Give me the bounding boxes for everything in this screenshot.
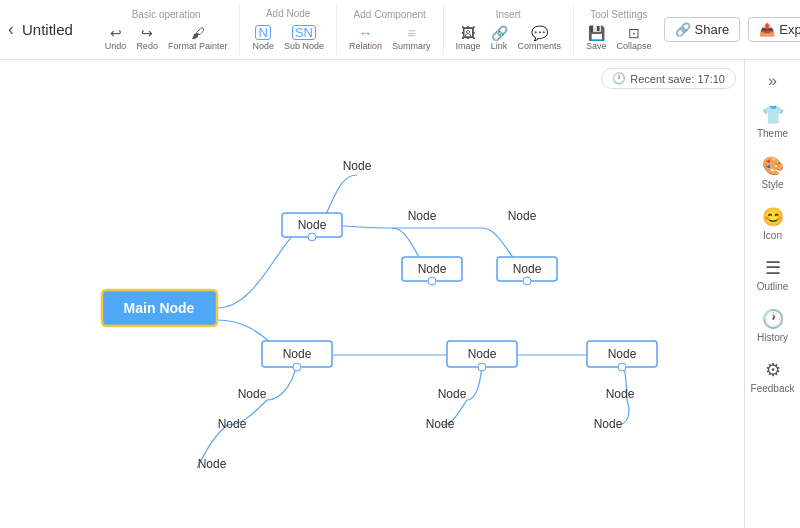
header: ‹ Untitled Basic operation ↩ Undo ↪ Redo… [0, 0, 800, 60]
canvas[interactable]: 🕐 Recent save: 17:10 [0, 60, 744, 528]
collapse-label: Collapse [617, 41, 652, 51]
image-label: Image [456, 41, 481, 51]
right-sidebar: » 👕 Theme 🎨 Style 😊 Icon ☰ Outline 🕐 His… [744, 60, 800, 528]
history-label: History [757, 332, 788, 343]
sub-node-lr1: Node [606, 387, 635, 401]
group-items-tool-settings: 💾 Save ⊡ Collapse [582, 24, 656, 53]
group-label-tool-settings: Tool Settings [590, 9, 647, 20]
node-button[interactable]: N Node [248, 23, 278, 53]
sidebar-item-feedback[interactable]: ⚙ Feedback [749, 353, 797, 400]
toolbar-group-add-node: Add Node N Node SN Sub Node [240, 4, 337, 55]
document-title: Untitled [22, 21, 73, 38]
sub-node-lr2: Node [594, 417, 623, 431]
share-icon: 🔗 [675, 22, 691, 37]
icon-icon: 😊 [762, 206, 784, 228]
summary-button[interactable]: ≡ Summary [388, 24, 435, 53]
expand-circle-1[interactable] [308, 233, 316, 241]
link-label: Link [491, 41, 508, 51]
group-items-add-node: N Node SN Sub Node [248, 23, 328, 53]
lower-mid-node-text: Node [468, 347, 497, 361]
sidebar-collapse-button[interactable]: » [764, 68, 781, 94]
mindmap-svg[interactable]: Main Node Node Node Node Node Node Node … [0, 60, 744, 528]
save-label: Save [586, 41, 607, 51]
image-icon: 🖼 [461, 26, 475, 40]
sidebar-item-icon[interactable]: 😊 Icon [749, 200, 797, 247]
group-items-basic: ↩ Undo ↪ Redo 🖌 Format Painter [101, 24, 232, 53]
relation-button[interactable]: ↔ Relation [345, 24, 386, 53]
node-label: Node [252, 41, 274, 51]
export-icon: 📤 [759, 22, 775, 37]
node-icon: N [255, 25, 270, 40]
group-label-add-component: Add Component [354, 9, 426, 20]
group-label-add-node: Add Node [266, 8, 310, 19]
node-text-upper-right: Node [508, 209, 537, 223]
sidebar-item-outline[interactable]: ☰ Outline [749, 251, 797, 298]
sub-node-ll3: Node [198, 457, 227, 471]
lower-left-node-text: Node [283, 347, 312, 361]
sidebar-item-history[interactable]: 🕐 History [749, 302, 797, 349]
sub-node-lm1: Node [438, 387, 467, 401]
export-label: Export [779, 22, 800, 37]
summary-label: Summary [392, 41, 431, 51]
summary-icon: ≡ [407, 26, 415, 40]
theme-icon: 👕 [762, 104, 784, 126]
feedback-label: Feedback [751, 383, 795, 394]
feedback-icon: ⚙ [765, 359, 781, 381]
recent-save-text: Recent save: 17:10 [630, 73, 725, 85]
expand-circle-3[interactable] [523, 277, 531, 285]
comments-button[interactable]: 💬 Comments [514, 24, 566, 53]
save-icon: 💾 [588, 26, 605, 40]
format-painter-button[interactable]: 🖌 Format Painter [164, 24, 232, 53]
sidebar-item-style[interactable]: 🎨 Style [749, 149, 797, 196]
sub-node-button[interactable]: SN Sub Node [280, 23, 328, 53]
sub-node-ll1: Node [238, 387, 267, 401]
undo-button[interactable]: ↩ Undo [101, 24, 131, 53]
toolbar: Basic operation ↩ Undo ↪ Redo 🖌 Format P… [93, 4, 664, 55]
upper-right-node1-text: Node [418, 262, 447, 276]
upper-branch-node-text: Node [298, 218, 327, 232]
share-button[interactable]: 🔗 Share [664, 17, 741, 42]
sub-node-icon: SN [292, 25, 316, 40]
undo-label: Undo [105, 41, 127, 51]
main-area: 🕐 Recent save: 17:10 [0, 60, 800, 528]
back-button[interactable]: ‹ [8, 19, 14, 40]
icon-label: Icon [763, 230, 782, 241]
lower-right-node-text: Node [608, 347, 637, 361]
sub-node-label: Sub Node [284, 41, 324, 51]
clock-icon: 🕐 [612, 72, 626, 85]
sub-node-ll2: Node [218, 417, 247, 431]
outline-label: Outline [757, 281, 789, 292]
style-icon: 🎨 [762, 155, 784, 177]
redo-icon: ↪ [141, 26, 153, 40]
link-icon: 🔗 [491, 26, 508, 40]
recent-save-badge: 🕐 Recent save: 17:10 [601, 68, 736, 89]
collapse-button[interactable]: ⊡ Collapse [613, 24, 656, 53]
expand-circle-5[interactable] [478, 363, 486, 371]
group-items-insert: 🖼 Image 🔗 Link 💬 Comments [452, 24, 566, 53]
header-right: 🔗 Share 📤 Export [664, 17, 800, 42]
link-button[interactable]: 🔗 Link [487, 24, 512, 53]
relation-label: Relation [349, 41, 382, 51]
save-button[interactable]: 💾 Save [582, 24, 611, 53]
group-label-basic: Basic operation [132, 9, 201, 20]
expand-circle-6[interactable] [618, 363, 626, 371]
theme-label: Theme [757, 128, 788, 139]
sidebar-item-theme[interactable]: 👕 Theme [749, 98, 797, 145]
redo-label: Redo [136, 41, 158, 51]
toolbar-group-basic: Basic operation ↩ Undo ↪ Redo 🖌 Format P… [93, 5, 241, 55]
collapse-icon: ⊡ [628, 26, 640, 40]
comments-label: Comments [518, 41, 562, 51]
image-button[interactable]: 🖼 Image [452, 24, 485, 53]
sub-node-lm2: Node [426, 417, 455, 431]
upper-right-node2-text: Node [513, 262, 542, 276]
redo-button[interactable]: ↪ Redo [132, 24, 162, 53]
toolbar-group-tool-settings: Tool Settings 💾 Save ⊡ Collapse [574, 5, 664, 55]
history-icon: 🕐 [762, 308, 784, 330]
group-label-insert: Insert [496, 9, 521, 20]
expand-circle-2[interactable] [428, 277, 436, 285]
undo-icon: ↩ [110, 26, 122, 40]
expand-circle-4[interactable] [293, 363, 301, 371]
node-text-upper-mid: Node [408, 209, 437, 223]
export-button[interactable]: 📤 Export [748, 17, 800, 42]
comments-icon: 💬 [531, 26, 548, 40]
